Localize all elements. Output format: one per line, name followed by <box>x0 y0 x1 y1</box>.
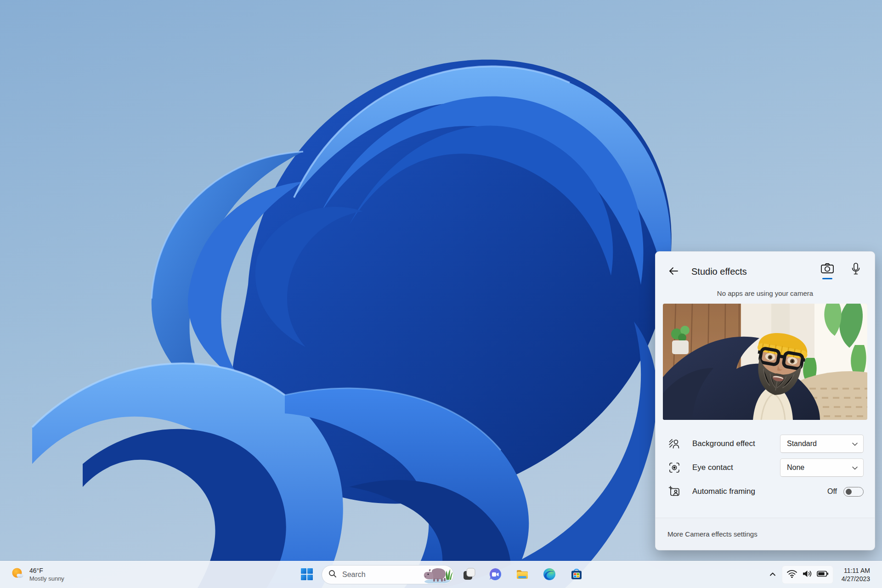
edge-button[interactable] <box>539 565 560 585</box>
weather-widget[interactable]: 46°F Mostly sunny <box>6 561 68 588</box>
camera-preview <box>663 304 867 420</box>
camera-preview-image <box>663 304 867 420</box>
file-explorer-button[interactable] <box>512 565 532 585</box>
toggle-state-label: Off <box>827 487 837 496</box>
wifi-icon <box>786 569 797 581</box>
panel-title: Studio effects <box>691 266 747 277</box>
background-effect-icon <box>668 438 680 450</box>
edge-icon <box>543 568 556 582</box>
tab-microphone[interactable] <box>848 262 864 281</box>
tray-overflow-button[interactable] <box>764 565 781 585</box>
automatic-framing-icon <box>668 486 680 498</box>
chat-button[interactable] <box>485 565 505 585</box>
device-tabs <box>820 262 864 281</box>
background-effect-dropdown[interactable]: Standard <box>780 435 864 453</box>
volume-icon <box>802 569 813 581</box>
weather-temperature: 46°F <box>29 567 64 575</box>
row-background-effect: Background effect Standard <box>656 432 875 456</box>
row-label: Eye contact <box>692 463 733 472</box>
microphone-icon <box>851 262 861 281</box>
microsoft-store-icon <box>570 568 583 582</box>
effects-rows: Background effect Standard Eye contact N… <box>656 432 875 503</box>
row-automatic-framing: Automatic framing Off <box>656 480 875 503</box>
studio-effects-flyout: Studio effects No apps are using your ca… <box>655 251 875 550</box>
toggle-knob <box>846 489 852 495</box>
task-view-icon <box>463 568 475 582</box>
chat-icon <box>489 568 502 582</box>
active-tab-indicator <box>822 278 832 279</box>
eye-contact-dropdown[interactable]: None <box>780 458 864 477</box>
weather-condition: Mostly sunny <box>29 575 64 582</box>
row-label: Background effect <box>692 439 755 448</box>
chevron-up-icon <box>768 570 777 580</box>
clock-date: 4/27/2023 <box>842 575 870 583</box>
more-camera-settings-link[interactable]: More Camera effects settings <box>667 530 758 538</box>
back-button[interactable] <box>667 266 679 277</box>
file-explorer-icon <box>516 568 529 582</box>
eye-contact-icon <box>668 462 680 474</box>
battery-icon <box>817 570 829 580</box>
panel-header: Studio effects <box>656 252 875 284</box>
chevron-down-icon <box>852 440 858 448</box>
quick-settings-button[interactable] <box>782 565 833 584</box>
dropdown-value: Standard <box>787 440 817 448</box>
task-view-button[interactable] <box>459 565 479 585</box>
microsoft-store-button[interactable] <box>566 565 587 585</box>
dropdown-value: None <box>787 464 804 472</box>
tab-camera[interactable] <box>820 262 835 281</box>
back-arrow-icon <box>668 267 678 277</box>
taskbar: 46°F Mostly sunny <box>0 561 882 588</box>
search-highlight-image[interactable] <box>423 566 453 583</box>
search-icon <box>328 570 337 580</box>
start-button[interactable] <box>297 565 317 585</box>
weather-icon <box>10 566 25 583</box>
clock[interactable]: 11:11 AM 4/27/2023 <box>839 561 873 588</box>
clock-time: 11:11 AM <box>844 566 870 575</box>
windows-logo-icon <box>301 568 313 582</box>
row-eye-contact: Eye contact None <box>656 456 875 480</box>
row-label: Automatic framing <box>692 487 755 496</box>
panel-footer: More Camera effects settings <box>656 518 875 550</box>
automatic-framing-toggle[interactable] <box>843 487 864 497</box>
taskbar-search-box[interactable] <box>322 565 454 584</box>
chevron-down-icon <box>852 464 858 472</box>
camera-status-text: No apps are using your camera <box>656 289 875 297</box>
